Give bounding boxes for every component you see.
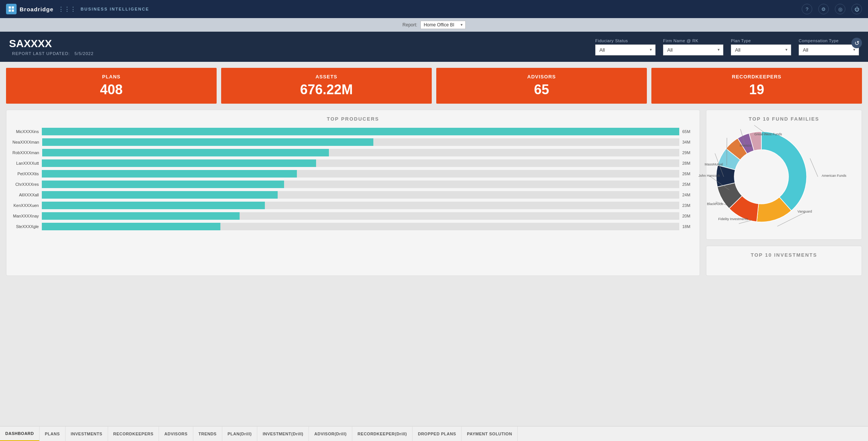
donut-segment[interactable] xyxy=(761,132,807,211)
stat-card: ADVISORS 65 xyxy=(436,68,647,104)
bar-label: RobXXXXman xyxy=(12,150,39,155)
filter-select-wrapper: All xyxy=(731,44,791,55)
filter-label: Fiduciary Status xyxy=(595,38,656,43)
help-icon[interactable]: ? xyxy=(802,4,812,14)
bar-fill xyxy=(42,212,240,220)
stat-card-value: 65 xyxy=(442,82,641,98)
bar-track xyxy=(42,191,679,199)
svg-rect-3 xyxy=(12,9,14,12)
bar-row: LanXXXXutt 28M xyxy=(12,159,694,167)
filter-group: Compensation Type All xyxy=(799,38,859,55)
bar-fill xyxy=(42,128,679,135)
filter-label: Plan Type xyxy=(731,38,791,43)
stat-card-value: 676.22M xyxy=(227,82,426,98)
stat-card-label: ASSETS xyxy=(227,74,426,80)
bar-label: MicXXXXins xyxy=(12,129,39,134)
stat-card-value: 19 xyxy=(657,82,856,98)
top-navigation: Broadridge ⋮⋮⋮ BUSINESS INTELLIGENCE ? ⚙… xyxy=(0,0,868,18)
bar-value: 18M xyxy=(682,224,694,229)
bar-label: KenXXXXuen xyxy=(12,203,39,208)
bar-track xyxy=(42,181,679,188)
bar-fill xyxy=(42,149,329,156)
user-icon[interactable]: ◎ xyxy=(835,4,845,14)
bar-row: SteXXXXgle 18M xyxy=(12,223,694,230)
filter-select[interactable]: All xyxy=(731,44,791,55)
donut-label: American Funds xyxy=(822,174,847,178)
bar-value: 34M xyxy=(682,140,694,144)
filter-select[interactable]: All xyxy=(663,44,723,55)
filter-select-wrapper: All xyxy=(663,44,723,55)
bar-row: PetXXXXtis 26M xyxy=(12,170,694,178)
nav-right: ? ⚙ ◎ ⏻ xyxy=(802,4,862,14)
bar-label: LanXXXXutt xyxy=(12,161,39,165)
bar-fill xyxy=(42,191,278,199)
bar-value: 65M xyxy=(682,129,694,134)
right-panels: TOP 10 FUND FAMILIES American FundsVangu… xyxy=(706,110,862,276)
nav-title: BUSINESS INTELLIGENCE xyxy=(81,7,149,11)
bar-row: ChrXXXXres 25M xyxy=(12,181,694,188)
stat-card-label: RECORDKEEPERS xyxy=(657,74,856,80)
svg-rect-1 xyxy=(12,6,14,9)
bar-label: NeaXXXXman xyxy=(12,140,39,144)
stat-card: PLANS 408 xyxy=(6,68,217,104)
donut-label: BlackRock xyxy=(707,202,723,206)
logo-icon xyxy=(6,4,17,14)
bar-label: ManXXXXnay xyxy=(12,214,39,218)
bar-track xyxy=(42,223,679,230)
logo: Broadridge xyxy=(6,4,53,14)
settings-icon[interactable]: ⚙ xyxy=(818,4,829,14)
main-content: PLANS 408 ASSETS 676.22M ADVISORS 65 REC… xyxy=(0,62,868,282)
donut-label: Great-West Funds xyxy=(754,132,782,136)
bar-label: ChrXXXXres xyxy=(12,182,39,187)
donut-label: Invesco xyxy=(740,144,751,147)
bar-fill xyxy=(42,223,220,230)
grid-icon[interactable]: ⋮⋮⋮ xyxy=(58,6,76,13)
svg-rect-0 xyxy=(9,6,11,9)
filter-group: Firm Name @ RK All xyxy=(663,38,723,55)
report-select-wrapper: Home Office BI xyxy=(420,21,466,29)
stat-card-label: PLANS xyxy=(12,74,211,80)
bar-value: 20M xyxy=(682,214,694,218)
filter-select[interactable]: All xyxy=(799,44,859,55)
power-icon[interactable]: ⏻ xyxy=(851,4,862,14)
top-producers-panel: TOP PRODUCERS MicXXXXins 65M NeaXXXXman … xyxy=(6,110,700,276)
nav-left: Broadridge ⋮⋮⋮ BUSINESS INTELLIGENCE xyxy=(6,4,149,14)
charts-row: TOP PRODUCERS MicXXXXins 65M NeaXXXXman … xyxy=(6,110,862,276)
donut-label: MassMutual xyxy=(704,162,723,166)
filter-select-wrapper: All xyxy=(595,44,656,55)
bar-label: SteXXXXgle xyxy=(12,224,39,229)
top-producers-title: TOP PRODUCERS xyxy=(12,116,694,122)
report-select[interactable]: Home Office BI xyxy=(420,21,466,29)
filter-select[interactable]: All xyxy=(595,44,656,55)
header-section: SAXXXX REPORT LAST UPDATED: 5/5/2022 Fid… xyxy=(0,32,868,62)
filter-group: Fiduciary Status All xyxy=(595,38,656,55)
bar-row: KenXXXXuen 23M xyxy=(12,202,694,209)
bar-value: 26M xyxy=(682,172,694,176)
bar-fill xyxy=(42,138,373,146)
bar-row: NeaXXXXman 34M xyxy=(12,138,694,146)
svg-rect-2 xyxy=(9,9,11,12)
bar-label: AllXXXXall xyxy=(12,193,39,197)
stat-cards: PLANS 408 ASSETS 676.22M ADVISORS 65 REC… xyxy=(6,68,862,104)
donut-label: Vanguard xyxy=(798,210,812,213)
filter-label: Firm Name @ RK xyxy=(663,38,723,43)
bar-track xyxy=(42,159,679,167)
bar-track xyxy=(42,128,679,135)
refresh-button[interactable]: ↺ xyxy=(851,38,862,48)
bar-value: 25M xyxy=(682,182,694,187)
bar-value: 28M xyxy=(682,161,694,165)
bar-chart: MicXXXXins 65M NeaXXXXman 34M RobXXXXman… xyxy=(12,128,694,230)
report-bar: Report: Home Office BI xyxy=(0,18,868,32)
filter-group: Plan Type All xyxy=(731,38,791,55)
donut-label: Fidelity Investments xyxy=(718,217,748,221)
bar-row: MicXXXXins 65M xyxy=(12,128,694,135)
logo-text: Broadridge xyxy=(20,6,53,12)
company-name: SAXXXX xyxy=(9,38,94,50)
bar-track xyxy=(42,202,679,209)
header-left: SAXXXX REPORT LAST UPDATED: 5/5/2022 xyxy=(9,38,94,56)
fund-families-panel: TOP 10 FUND FAMILIES American FundsVangu… xyxy=(706,110,862,240)
bar-value: 29M xyxy=(682,150,694,155)
bar-track xyxy=(42,170,679,178)
donut-label: John Hancock xyxy=(698,174,720,178)
report-label: Report: xyxy=(402,22,417,28)
